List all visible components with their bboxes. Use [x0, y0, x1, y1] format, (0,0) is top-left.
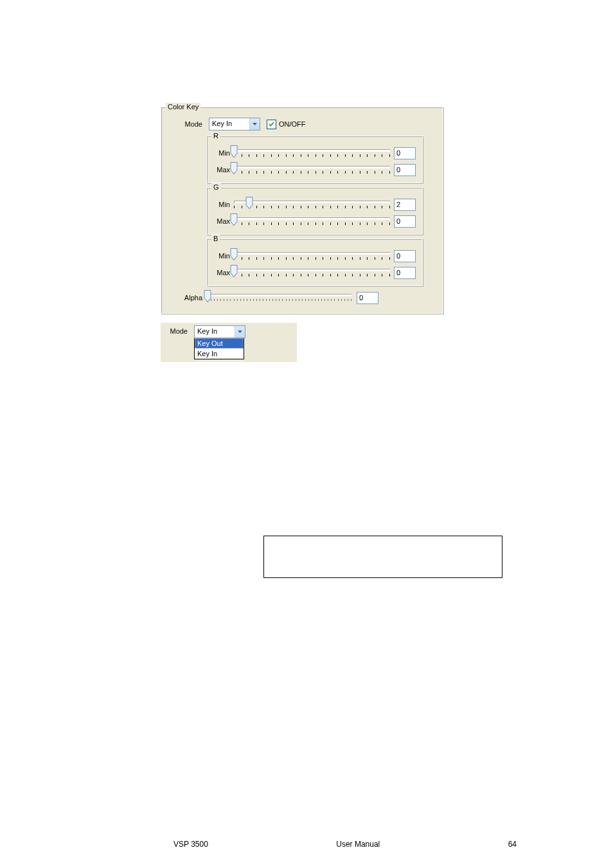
- channel-group-g: G Min Max: [206, 187, 423, 235]
- checkbox-box: [267, 120, 276, 129]
- mode2-label: Mode: [164, 325, 188, 335]
- mode2-row: Mode Key In Key OutKey In: [164, 325, 293, 359]
- alpha-row: Alpha: [172, 290, 378, 305]
- mode2-option[interactable]: Key Out: [195, 338, 244, 348]
- min-label: Min: [213, 149, 230, 157]
- max-value[interactable]: [394, 215, 416, 228]
- footer-left: VSP 3500: [173, 840, 208, 849]
- slider[interactable]: [234, 248, 390, 264]
- mode2-option[interactable]: Key In: [195, 348, 244, 359]
- channel-legend: G: [211, 183, 221, 191]
- onoff-label: ON/OFF: [279, 120, 306, 128]
- channel-legend: B: [211, 235, 220, 242]
- max-label: Max: [213, 217, 230, 225]
- channel-groups: R Min Max G Min: [206, 136, 432, 286]
- mode2-value: Key In: [195, 326, 235, 338]
- min-value[interactable]: [394, 147, 416, 159]
- min-label: Min: [213, 201, 230, 208]
- slider[interactable]: [234, 213, 390, 229]
- channel-group-r: R Min Max: [206, 136, 423, 183]
- alpha-value[interactable]: [357, 292, 378, 304]
- slider[interactable]: [234, 197, 390, 212]
- channel-legend: R: [211, 132, 220, 140]
- max-label: Max: [213, 166, 230, 174]
- min-label: Min: [213, 252, 230, 260]
- mode2-combobox[interactable]: Key In Key OutKey In: [194, 325, 244, 359]
- max-value[interactable]: [394, 164, 416, 176]
- onoff-checkbox[interactable]: ON/OFF: [267, 120, 306, 129]
- mode-row: Mode Key In ON/OFF: [172, 118, 432, 131]
- slider[interactable]: [234, 265, 390, 280]
- color-key-panel: Color Key Mode Key In ON/OFF: [161, 107, 443, 314]
- illustration-frame: [263, 536, 502, 578]
- dropdown-arrow-icon[interactable]: [235, 326, 245, 338]
- footer-center: User Manual: [336, 840, 380, 849]
- footer-right: 64: [508, 840, 517, 849]
- slider[interactable]: [234, 162, 390, 177]
- color-key-legend: Color Key: [166, 103, 200, 111]
- mode2-option-list[interactable]: Key OutKey In: [194, 338, 244, 359]
- mode-label: Mode: [179, 120, 202, 128]
- channel-group-b: B Min Max: [206, 239, 423, 286]
- slider[interactable]: [234, 145, 390, 161]
- mode-combobox[interactable]: Key In: [209, 118, 260, 131]
- alpha-label: Alpha: [179, 294, 202, 302]
- dropdown-arrow-icon[interactable]: [249, 118, 260, 130]
- mode-combobox-value: Key In: [209, 118, 249, 130]
- alpha-slider[interactable]: [208, 290, 351, 305]
- max-value[interactable]: [394, 267, 416, 279]
- page-footer: VSP 3500 User Manual 64: [0, 840, 613, 849]
- min-value[interactable]: [394, 250, 416, 262]
- mode-dropdown-panel: Mode Key In Key OutKey In: [161, 323, 297, 362]
- max-label: Max: [213, 269, 230, 276]
- min-value[interactable]: [394, 199, 416, 211]
- page: Color Key Mode Key In ON/OFF: [0, 0, 613, 868]
- color-key-groupbox: Color Key Mode Key In ON/OFF: [161, 107, 443, 314]
